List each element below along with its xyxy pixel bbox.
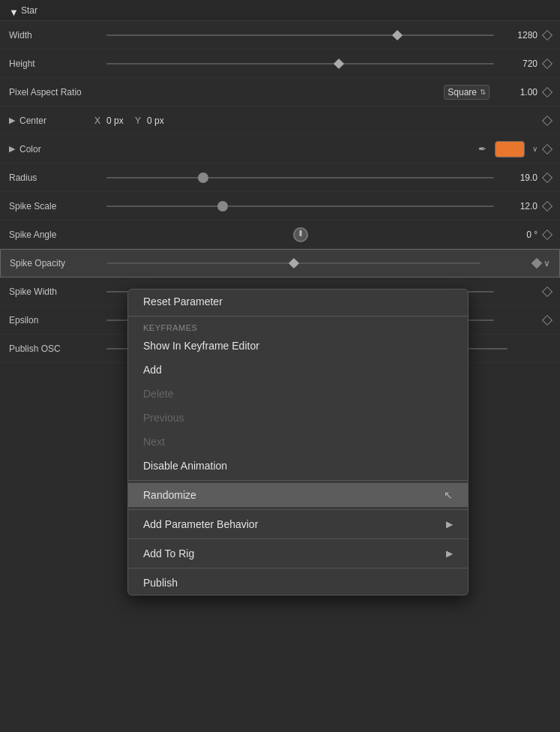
- menu-item-show-keyframe-editor-label: Show In Keyframe Editor: [143, 340, 259, 352]
- section-title: Star: [21, 5, 37, 16]
- center-keyframe[interactable]: [542, 115, 553, 125]
- color-expand-icon[interactable]: ▶: [9, 144, 15, 154]
- height-label: Height: [9, 58, 106, 69]
- y-axis-label: Y: [135, 116, 141, 126]
- spike-opacity-thumb[interactable]: [289, 258, 299, 268]
- height-slider-thumb[interactable]: [334, 58, 344, 68]
- spike-angle-row: Spike Angle 0 °: [0, 220, 560, 249]
- add-parameter-behavior-arrow-icon: ▶: [446, 519, 453, 530]
- color-row: ▶ Color ✒ ∨: [0, 135, 560, 164]
- center-expand-icon[interactable]: ▶: [9, 116, 15, 125]
- spike-scale-label: Spike Scale: [9, 201, 106, 212]
- spike-opacity-keyframe[interactable]: [532, 258, 542, 268]
- menu-item-previous-label: Previous: [143, 412, 184, 424]
- radius-slider[interactable]: [106, 170, 494, 185]
- center-y-value[interactable]: 0 px: [147, 116, 169, 126]
- publish-osc-label: Publish OSC: [9, 344, 106, 354]
- width-keyframe[interactable]: [542, 29, 553, 40]
- menu-item-delete-label: Delete: [143, 388, 173, 400]
- menu-item-add-to-rig[interactable]: Add To Rig ▶: [128, 542, 468, 566]
- cursor-indicator: ↖: [444, 489, 453, 501]
- epsilon-keyframe[interactable]: [542, 314, 553, 325]
- spike-opacity-row: Spike Opacity ∨: [0, 249, 560, 278]
- par-keyframe[interactable]: [542, 86, 553, 97]
- spike-angle-knob-container: [106, 227, 494, 242]
- menu-separator-2: [128, 480, 468, 481]
- add-to-rig-arrow-icon: ▶: [446, 548, 453, 559]
- radius-keyframe[interactable]: [542, 172, 553, 182]
- menu-item-publish-label: Publish: [143, 577, 178, 589]
- context-menu: Reset Parameter KEYFRAMES Show In Keyfra…: [127, 289, 469, 596]
- radius-label: Radius: [9, 172, 106, 183]
- menu-item-next-label: Next: [143, 436, 165, 448]
- spike-angle-label: Spike Angle: [9, 230, 106, 240]
- par-dropdown[interactable]: Square ⇅: [444, 85, 490, 100]
- epsilon-label: Epsilon: [9, 315, 106, 326]
- menu-item-next[interactable]: Next: [128, 430, 468, 454]
- center-x-value[interactable]: 0 px: [106, 116, 129, 126]
- section-header: ▼ Star: [0, 0, 560, 21]
- collapse-triangle-icon[interactable]: ▼: [9, 7, 16, 14]
- height-row: Height 720: [0, 50, 560, 78]
- spike-scale-keyframe[interactable]: [542, 200, 553, 211]
- spike-scale-thumb[interactable]: [217, 201, 228, 212]
- menu-item-randomize[interactable]: Randomize ↖: [128, 483, 468, 507]
- center-row: ▶ Center X 0 px Y 0 px: [0, 106, 560, 135]
- menu-item-reset-parameter[interactable]: Reset Parameter: [128, 290, 468, 314]
- par-dropdown-arrows-icon: ⇅: [480, 88, 486, 96]
- radius-value[interactable]: 19.0: [500, 172, 538, 183]
- spike-angle-value[interactable]: 0 °: [500, 230, 538, 240]
- radius-slider-thumb[interactable]: [198, 172, 208, 183]
- menu-item-delete[interactable]: Delete: [128, 382, 468, 406]
- spike-opacity-label: Spike Opacity: [10, 258, 107, 268]
- width-slider-thumb[interactable]: [392, 29, 403, 40]
- spike-scale-value[interactable]: 12.0: [500, 201, 538, 212]
- menu-item-show-keyframe-editor[interactable]: Show In Keyframe Editor: [128, 334, 468, 358]
- width-label: Width: [9, 30, 106, 40]
- spike-width-label: Spike Width: [9, 286, 106, 297]
- spike-angle-keyframe[interactable]: [542, 229, 553, 239]
- color-keyframe[interactable]: [542, 143, 553, 154]
- center-label: Center: [19, 116, 94, 126]
- center-controls: X 0 px Y 0 px: [94, 116, 538, 126]
- par-controls: Square ⇅ 1.00: [106, 85, 538, 100]
- height-value[interactable]: 720: [500, 58, 538, 69]
- par-dropdown-value: Square: [448, 87, 477, 98]
- spike-scale-row: Spike Scale 12.0: [0, 192, 560, 220]
- height-keyframe[interactable]: [542, 58, 553, 68]
- menu-separator-5: [128, 568, 468, 568]
- color-label: Color: [19, 144, 94, 154]
- spike-opacity-actions: ∨: [527, 258, 550, 268]
- color-swatch[interactable]: [495, 141, 525, 158]
- spike-angle-knob[interactable]: [293, 227, 308, 242]
- width-row: Width 1280: [0, 21, 560, 50]
- menu-separator-4: [128, 538, 468, 539]
- width-value[interactable]: 1280: [500, 30, 538, 40]
- eyedropper-icon[interactable]: ✒: [478, 143, 490, 155]
- menu-item-add-label: Add: [143, 364, 162, 376]
- menu-item-add-parameter-behavior-label: Add Parameter Behavior: [143, 518, 258, 530]
- properties-panel: ▼ Star Width 1280 Height 720 Pixel Aspec…: [0, 0, 560, 732]
- width-slider[interactable]: [106, 28, 494, 43]
- menu-item-disable-animation-label: Disable Animation: [143, 460, 227, 472]
- radius-row: Radius 19.0: [0, 164, 560, 192]
- menu-item-publish[interactable]: Publish: [128, 571, 468, 595]
- spike-scale-slider[interactable]: [106, 199, 494, 214]
- menu-item-randomize-label: Randomize: [143, 489, 196, 501]
- menu-item-add-parameter-behavior[interactable]: Add Parameter Behavior ▶: [128, 512, 468, 536]
- menu-item-previous[interactable]: Previous: [128, 406, 468, 430]
- color-chevron-icon[interactable]: ∨: [532, 145, 538, 153]
- menu-separator-1: [128, 316, 468, 316]
- menu-separator-3: [128, 509, 468, 510]
- height-slider[interactable]: [106, 56, 494, 71]
- par-value[interactable]: 1.00: [500, 87, 538, 98]
- keyframes-section-label: KEYFRAMES: [128, 319, 468, 334]
- menu-item-reset-parameter-label: Reset Parameter: [143, 296, 223, 308]
- spike-opacity-chevron-icon[interactable]: ∨: [544, 258, 550, 268]
- menu-item-add[interactable]: Add: [128, 358, 468, 382]
- menu-item-add-to-rig-label: Add To Rig: [143, 548, 194, 560]
- pixel-aspect-ratio-label: Pixel Aspect Ratio: [9, 87, 106, 98]
- spike-opacity-slider[interactable]: [107, 256, 481, 271]
- menu-item-disable-animation[interactable]: Disable Animation: [128, 454, 468, 478]
- spike-width-keyframe[interactable]: [542, 286, 553, 296]
